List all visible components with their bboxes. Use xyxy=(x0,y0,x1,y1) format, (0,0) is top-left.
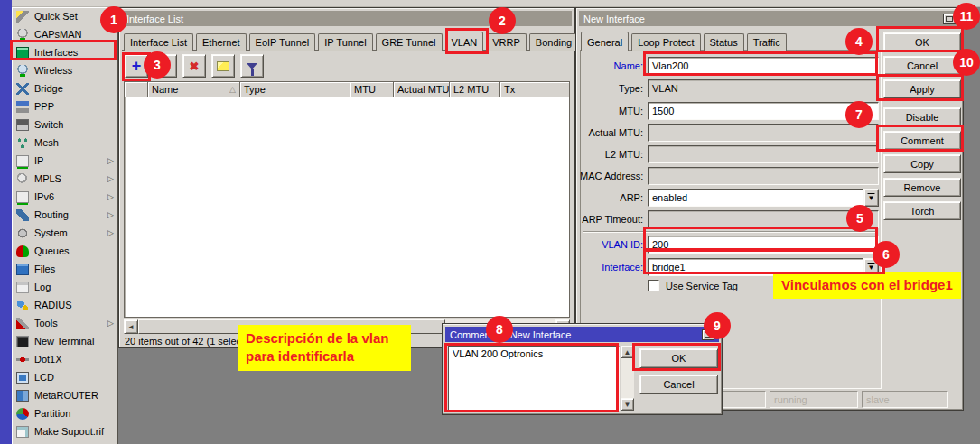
column-header-name[interactable]: Name△ xyxy=(148,82,240,97)
sidebar-item-metarouter[interactable]: MetaROUTER xyxy=(12,386,117,404)
sidebar-item-routing[interactable]: Routing▷ xyxy=(12,206,117,224)
disable-interface-button[interactable]: Disable xyxy=(883,107,961,126)
comment-scrollbar[interactable]: ▲ ▼ xyxy=(621,346,634,411)
sidebar-item-ipv6[interactable]: IPv6▷ xyxy=(12,188,117,206)
tab-ethernet[interactable]: Ethernet xyxy=(196,33,247,51)
submenu-arrow-icon: ▷ xyxy=(107,156,114,165)
log-icon xyxy=(16,282,29,293)
sidebar-item-tools[interactable]: Tools▷ xyxy=(12,314,117,332)
sidebar-item-ppp[interactable]: PPP xyxy=(12,97,117,116)
comment-textarea[interactable]: VLAN 200 Optronics xyxy=(448,346,620,411)
filter-funnel-icon xyxy=(247,63,257,69)
sidebar-item-new-terminal[interactable]: New Terminal xyxy=(12,332,117,350)
tab-general[interactable]: General xyxy=(581,32,629,51)
name-input[interactable]: Vlan200 xyxy=(648,57,879,75)
tab-bonding[interactable]: Bonding xyxy=(529,33,578,51)
sidebar-item-dot1x[interactable]: Dot1X xyxy=(12,350,117,368)
status-slave-segment: slave xyxy=(862,391,948,408)
add-icon: + xyxy=(132,58,142,74)
sidebar-item-label: RADIUS xyxy=(34,300,72,310)
comment-interface-button[interactable]: Comment xyxy=(883,131,961,150)
mtu-input[interactable]: 1500 xyxy=(648,102,879,120)
torch-button[interactable]: Torch xyxy=(883,201,961,220)
arp-dropdown-button[interactable]: ▼ xyxy=(863,189,879,207)
sidebar-item-mpls[interactable]: MPLS▷ xyxy=(12,170,117,188)
scroll-up-button[interactable]: ▲ xyxy=(621,346,634,358)
metarouter-icon xyxy=(16,390,29,402)
tab-loop-protect[interactable]: Loop Protect xyxy=(631,33,700,51)
tab-vlan[interactable]: VLAN xyxy=(445,32,484,51)
interface-table: Name△ Type MTU Actual MTU L2 MTU Tx xyxy=(124,81,570,318)
remove-button[interactable]: Remove xyxy=(883,178,961,197)
step-circle-3: 3 xyxy=(144,51,171,79)
filter-button[interactable] xyxy=(240,54,264,78)
sidebar-item-ip[interactable]: IP▷ xyxy=(12,152,117,170)
window-top-edge xyxy=(12,0,980,7)
ok-button[interactable]: OK xyxy=(883,32,961,51)
scroll-up-icon: ▲ xyxy=(624,348,631,356)
tab-status[interactable]: Status xyxy=(704,33,744,51)
sidebar-item-label: IP xyxy=(34,155,43,166)
scroll-left-button[interactable]: ◄ xyxy=(124,319,138,334)
sidebar-item-label: Partition xyxy=(34,408,70,419)
sidebar-item-capsman[interactable]: CAPsMAN xyxy=(12,25,117,43)
submenu-arrow-icon: ▷ xyxy=(107,192,114,201)
vlan-id-input[interactable]: 200 xyxy=(648,236,879,254)
sidebar-item-label: PPP xyxy=(34,101,54,112)
sidebar-item-switch[interactable]: Switch xyxy=(12,116,117,134)
scroll-down-button[interactable]: ▼ xyxy=(621,398,634,411)
tab-traffic[interactable]: Traffic xyxy=(747,33,787,51)
copy-button[interactable]: Copy xyxy=(883,154,961,173)
column-header-select[interactable] xyxy=(125,82,148,97)
apply-button[interactable]: Apply xyxy=(883,79,961,98)
step-circle-9: 9 xyxy=(704,312,731,339)
sidebar-item-make-supout[interactable]: Make Supout.rif xyxy=(12,422,117,440)
sidebar-item-system[interactable]: System▷ xyxy=(12,224,117,242)
sidebar-item-log[interactable]: Log xyxy=(12,278,117,296)
sidebar-item-queues[interactable]: Queues xyxy=(12,242,117,260)
sidebar-item-wireless[interactable]: Wireless xyxy=(12,61,117,79)
column-header-type[interactable]: Type xyxy=(240,82,350,97)
sidebar-item-files[interactable]: Files xyxy=(12,260,117,278)
switch-icon xyxy=(16,119,29,131)
comment-button[interactable] xyxy=(211,54,235,78)
tab-ip-tunnel[interactable]: IP Tunnel xyxy=(318,33,372,51)
tab-vrrp[interactable]: VRRP xyxy=(486,33,527,51)
partition-icon xyxy=(16,408,29,420)
step-circle-8: 8 xyxy=(486,316,513,343)
tab-eoip-tunnel[interactable]: EoIP Tunnel xyxy=(249,33,316,51)
sidebar-item-interfaces[interactable]: Interfaces xyxy=(12,43,117,61)
sidebar-item-label: New Terminal xyxy=(34,336,94,347)
cancel-button[interactable]: Cancel xyxy=(883,56,961,75)
name-row: Name: Vlan200 xyxy=(580,57,879,75)
service-tag-row: Use Service Tag xyxy=(648,280,738,291)
step-circle-11: 11 xyxy=(953,3,980,30)
column-header-actual-mtu[interactable]: Actual MTU xyxy=(394,82,450,97)
arp-select[interactable]: enabled xyxy=(648,189,863,207)
column-header-l2-mtu[interactable]: L2 MTU xyxy=(450,82,500,97)
sidebar-item-radius[interactable]: RADIUS xyxy=(12,296,117,314)
comment-cancel-button[interactable]: Cancel xyxy=(639,375,718,394)
tab-interface-list[interactable]: Interface List xyxy=(124,33,193,51)
new-interface-tabs: General Loop Protect Status Traffic xyxy=(581,28,789,51)
wireless-icon xyxy=(16,65,29,77)
note-bridge-link: Vinculamos con el bridge1 xyxy=(773,272,961,299)
queues-icon xyxy=(16,245,29,257)
comment-ok-button[interactable]: OK xyxy=(639,348,718,368)
use-service-tag-checkbox[interactable] xyxy=(648,280,659,291)
sidebar-item-lcd[interactable]: LCD xyxy=(12,368,117,386)
sidebar-item-partition[interactable]: Partition xyxy=(12,404,117,422)
sidebar-item-label: Mesh xyxy=(34,137,59,148)
tab-gre-tunnel[interactable]: GRE Tunnel xyxy=(376,33,443,51)
sidebar-item-label: Dot1X xyxy=(34,354,62,365)
sidebar-item-mesh[interactable]: Mesh xyxy=(12,134,117,152)
sidebar-item-bridge[interactable]: Bridge xyxy=(12,79,117,97)
disable-button[interactable]: ✖ xyxy=(182,54,206,78)
column-header-mtu[interactable]: MTU xyxy=(350,82,394,97)
column-header-tx[interactable]: Tx xyxy=(500,82,569,97)
capsman-icon xyxy=(16,29,29,41)
submenu-arrow-icon: ▷ xyxy=(107,174,114,183)
mesh-icon xyxy=(16,137,29,149)
terminal-icon xyxy=(16,336,29,347)
new-interface-titlebar[interactable]: New Interface xyxy=(579,11,960,26)
